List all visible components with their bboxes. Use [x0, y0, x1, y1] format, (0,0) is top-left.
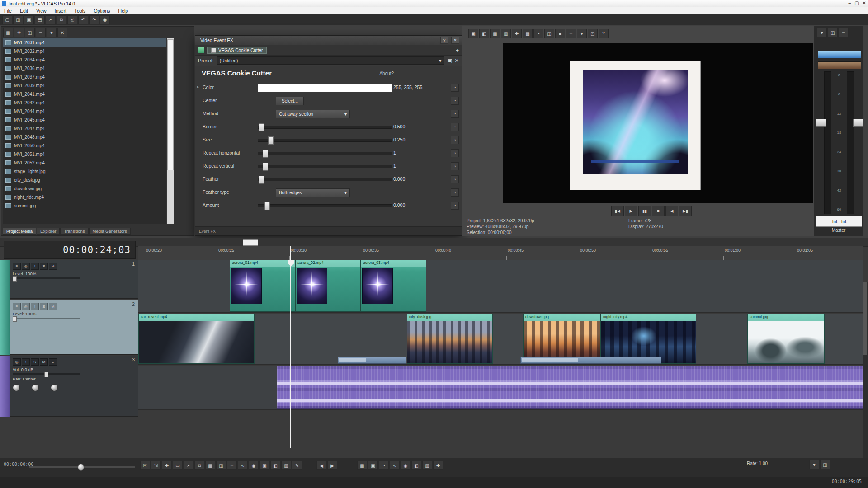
keyframe-toggle-icon[interactable]: ◔ [451, 188, 459, 197]
save-snapshot-icon[interactable]: ■ [555, 29, 565, 38]
stop-button[interactable]: ■ [652, 206, 665, 216]
list-item[interactable]: MVI_2052.mp4 [3, 159, 166, 167]
media-filter-icon[interactable]: ▾ [47, 28, 57, 37]
track-motion-icon[interactable]: ≡ [13, 303, 21, 310]
keyframe-toggle-icon[interactable]: ◔ [451, 110, 459, 118]
normal-edit-tool-icon[interactable]: ⇱ [140, 461, 150, 470]
list-item[interactable]: MVI_2031.mp4 [3, 38, 166, 47]
menu-edit[interactable]: Edit [16, 8, 32, 14]
crossfade-toggle-icon[interactable]: ◫ [216, 461, 226, 470]
snapping-icon[interactable]: ◉ [100, 15, 110, 24]
mixer-icon[interactable]: ▦ [357, 461, 367, 470]
feather-type-dropdown[interactable]: Both edges▾ [276, 188, 350, 197]
region-insert-icon[interactable]: ◧ [270, 461, 280, 470]
external-monitor-icon[interactable]: ◧ [479, 29, 489, 38]
list-item[interactable]: MVI_2048.mp4 [3, 133, 166, 141]
timeline-clip[interactable]: aurora_02.mp4 [295, 260, 361, 312]
explorer-window-icon[interactable]: ▥ [422, 461, 432, 470]
solo-button[interactable]: S [40, 263, 48, 270]
keyframe-toggle-icon[interactable]: ◔ [451, 202, 459, 210]
new-project-icon[interactable]: ▢ [2, 15, 12, 24]
list-item[interactable]: downtown.jpg [3, 184, 166, 193]
trim-tool-icon[interactable]: ⧉ [194, 461, 204, 470]
list-item[interactable]: MVI_2045.mp4 [3, 116, 166, 124]
plugin-manager-icon[interactable]: ◉ [401, 461, 410, 470]
keyframe-toggle-icon[interactable]: ◔ [451, 136, 459, 144]
amount-slider[interactable] [258, 204, 392, 207]
slider-handle[interactable] [13, 276, 17, 282]
color-swatch[interactable] [258, 84, 392, 92]
timeline-clip[interactable]: aurora_03.mp4 [361, 260, 426, 312]
fx-close-button[interactable]: ✕ [451, 37, 459, 44]
scopes-icon[interactable]: ∿ [390, 461, 400, 470]
copy-icon[interactable]: ⧉ [57, 15, 66, 24]
event-selection-bar[interactable] [520, 357, 661, 364]
send-2-knob[interactable] [51, 384, 58, 391]
keyframe-toggle-icon[interactable]: ◔ [451, 162, 459, 170]
preview-help-icon[interactable]: ? [599, 29, 609, 38]
preview-quality-icon[interactable]: ✚ [512, 29, 522, 38]
list-item[interactable]: city_dusk.jpg [3, 176, 166, 184]
track-header-video-2-selected[interactable]: 2 ≡ ◎ ! S M Level: 100% [10, 300, 138, 355]
keyframe-toggle-icon[interactable]: ◔ [451, 84, 459, 92]
mute-button[interactable]: M [49, 303, 57, 310]
marker-insert-icon[interactable]: ▣ [259, 461, 269, 470]
save-project-icon[interactable]: ▣ [24, 15, 34, 24]
list-item[interactable]: MVI_2042.mp4 [3, 99, 166, 107]
slider-handle[interactable] [268, 136, 274, 145]
video-track-2-lane[interactable]: car_reveal.mp4 city_dusk.jpg downtown.jp… [138, 314, 863, 365]
list-item[interactable]: MVI_2051.mp4 [3, 150, 166, 159]
overlays-icon[interactable]: ▩ [523, 29, 533, 38]
track-level-slider[interactable] [13, 318, 80, 319]
list-item[interactable]: night_ride.mp4 [3, 193, 166, 202]
list-item[interactable]: MVI_2039.mp4 [3, 81, 166, 90]
render-as-icon[interactable]: ⬒ [35, 15, 45, 24]
list-item[interactable]: MVI_2041.mp4 [3, 90, 166, 99]
keyframe-toggle-icon[interactable]: ◔ [451, 175, 459, 183]
safe-area-icon[interactable]: ◰ [588, 29, 598, 38]
mute-button[interactable]: M [49, 263, 57, 270]
repeat-horizontal-slider[interactable] [258, 152, 392, 155]
keyframe-toggle-icon[interactable]: ◔ [451, 123, 459, 131]
copy-snapshot-icon[interactable]: ◫ [544, 29, 554, 38]
loop-playback-icon[interactable]: ◔ [533, 29, 543, 38]
list-item[interactable]: MVI_2044.mp4 [3, 107, 166, 116]
bus-meters-icon[interactable]: ≣ [839, 28, 849, 37]
media-list-view-icon[interactable]: ≣ [36, 28, 46, 37]
close-button[interactable]: ✕ [863, 0, 866, 5]
bus-options-icon[interactable]: ▾ [817, 28, 827, 37]
trimmer-icon[interactable]: ◔ [379, 461, 389, 470]
timeline-clip[interactable]: city_dusk.jpg [407, 314, 493, 364]
send-1-knob[interactable] [32, 384, 39, 391]
fx-dialog-title-bar[interactable]: Video Event FX ? ✕ [195, 36, 462, 45]
tab-explorer[interactable]: Explorer [37, 228, 60, 235]
event-tool-icon[interactable]: ▥ [281, 461, 291, 470]
solo-button[interactable]: S [31, 358, 39, 366]
edit-details-icon[interactable]: ◧ [411, 461, 421, 470]
previous-frame-button[interactable]: ◀ [665, 206, 678, 216]
video-preview-icon[interactable]: ▣ [368, 461, 378, 470]
master-pan-slider[interactable] [818, 61, 861, 69]
next-frame-button[interactable]: ▶▮ [679, 206, 692, 216]
track-header-audio[interactable]: 3 ◎ ! S M ≡ Vol: 0.0 dB Pan: Center [10, 356, 138, 417]
track-level-slider[interactable] [13, 277, 80, 279]
track-fx-icon[interactable]: ◎ [22, 263, 30, 270]
dropdown-icon[interactable]: ▾ [809, 460, 819, 469]
keyframe-toggle-icon[interactable]: ◔ [451, 149, 459, 157]
scrollbar-thumb[interactable] [863, 282, 867, 355]
slider-handle[interactable] [259, 123, 264, 131]
ripple-toggle-icon[interactable]: ≣ [227, 461, 237, 470]
remove-media-icon[interactable]: ✕ [57, 28, 67, 37]
fader-left-handle[interactable] [816, 119, 826, 127]
cut-icon[interactable]: ✂ [46, 15, 56, 24]
pause-button[interactable]: ▮▮ [638, 206, 651, 216]
menu-help[interactable]: Help [114, 8, 132, 14]
plugin-enabled-checkbox[interactable] [211, 48, 216, 53]
feather-slider[interactable] [258, 178, 392, 181]
snapping-toggle-icon[interactable]: ▦ [205, 461, 215, 470]
timeline-ruler[interactable]: 00:00:20 00:00:25 00:00:30 00:00:35 00:0… [138, 246, 863, 260]
master-gain-slider[interactable] [818, 51, 861, 58]
list-item[interactable]: MVI_2036.mp4 [3, 64, 166, 73]
minimize-button[interactable]: – [849, 0, 851, 5]
plugin-about-link[interactable]: About? [379, 71, 394, 76]
